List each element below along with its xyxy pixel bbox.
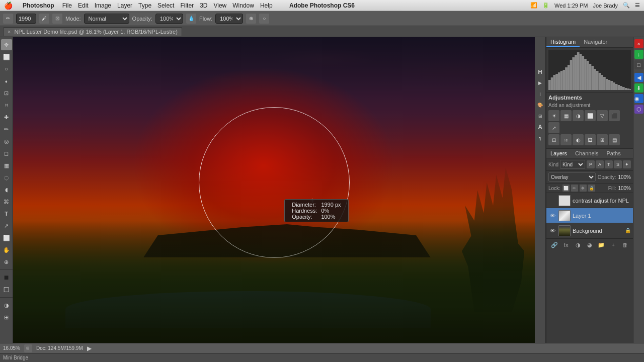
screen-mode[interactable]: ⊞	[1, 312, 12, 323]
brush-tool[interactable]: ✏	[1, 124, 12, 135]
shape-tool[interactable]: ⬜	[1, 232, 12, 243]
tab-paths[interactable]: Paths	[603, 149, 625, 158]
apple-menu[interactable]: 🍎	[4, 2, 13, 10]
hsl-adj[interactable]: ⬛	[609, 110, 620, 121]
adjustment-filter-icon[interactable]: A	[596, 160, 604, 168]
tab-close-icon[interactable]: ×	[8, 29, 11, 35]
text-tool[interactable]: T	[1, 208, 12, 219]
eyedropper-tool[interactable]: ⌗	[1, 100, 12, 111]
purple-icon-btn[interactable]: ⬡	[634, 105, 643, 114]
search-icon[interactable]: 🔍	[623, 2, 630, 9]
filter-type-select[interactable]: Kind	[560, 160, 585, 169]
colorlookup-adj[interactable]: 🖼	[585, 134, 596, 145]
tab-channels[interactable]: Channels	[571, 149, 602, 158]
tab-layers[interactable]: Layers	[546, 149, 571, 158]
smart-filter-icon[interactable]: ✦	[623, 160, 631, 168]
blur-tool[interactable]: ◌	[1, 172, 12, 183]
channelmixer-adj[interactable]: ◐	[573, 134, 584, 145]
video-icon-btn[interactable]: □	[634, 60, 643, 69]
menu-3d[interactable]: 3D	[200, 2, 207, 9]
blue-icon-btn[interactable]: ◀	[634, 73, 643, 82]
foreground-color[interactable]: ■	[1, 272, 12, 283]
layer-visibility-contrast[interactable]: 👁	[548, 197, 556, 205]
paragraph-btn[interactable]: ¶	[536, 134, 545, 143]
mini-bridge-bar[interactable]: Mini Bridge	[0, 353, 644, 362]
brush-size-input[interactable]: 1990	[16, 14, 36, 24]
fit-icon[interactable]: ⊞	[24, 344, 32, 352]
healing-tool[interactable]: ✚	[1, 112, 12, 123]
mode-select[interactable]: Normal	[84, 14, 129, 24]
color-btn[interactable]: 🎨	[536, 101, 545, 110]
toggle-icon[interactable]: ⊡	[52, 14, 62, 24]
grid-btn[interactable]: ⊞	[536, 112, 545, 121]
levels-adj[interactable]: ▦	[560, 110, 572, 121]
layer-item-contrast[interactable]: 👁 contrast adjust for NPL	[546, 193, 633, 208]
gradient-tool[interactable]: ▦	[1, 160, 12, 171]
marquee-tool[interactable]: ⬜	[1, 51, 12, 62]
photofilter-adj[interactable]: ≋	[560, 134, 572, 145]
shape-filter-icon[interactable]: S	[614, 160, 622, 168]
posterize-adj[interactable]: ▤	[609, 134, 620, 145]
menu-select[interactable]: Select	[157, 2, 174, 9]
tab-navigator[interactable]: Navigator	[580, 37, 611, 47]
brush-preset-icon[interactable]: 🖌	[39, 14, 49, 24]
move-tool[interactable]: ✥	[1, 39, 12, 50]
pixel-filter-icon[interactable]: P	[587, 160, 595, 168]
layer-visibility-background[interactable]: 👁	[548, 227, 556, 235]
brightness-adj[interactable]: ☀	[548, 110, 559, 121]
at-btn[interactable]: A	[536, 123, 545, 132]
menu-layer[interactable]: Layer	[117, 2, 132, 9]
colorbalance-adj[interactable]: ↗	[548, 122, 559, 133]
menu-type[interactable]: Type	[138, 2, 151, 9]
layer-item-background[interactable]: 👁 Background 🔒	[546, 223, 633, 238]
layer-style-icon[interactable]: fx	[561, 240, 571, 249]
menu-image[interactable]: Image	[95, 2, 111, 9]
playback-btn[interactable]: ▶	[536, 78, 545, 87]
quick-mask[interactable]: ◑	[1, 300, 12, 311]
magic-wand-tool[interactable]: ⬧	[1, 75, 12, 86]
play-icon[interactable]: ▶	[87, 345, 92, 352]
lasso-tool[interactable]: ○	[1, 63, 12, 74]
lock-move-icon[interactable]: ✥	[580, 185, 587, 192]
lock-all-icon[interactable]: 🔒	[588, 185, 595, 192]
type-filter-icon[interactable]: T	[605, 160, 613, 168]
lock-position-icon[interactable]: ✏	[571, 185, 578, 192]
layer-mask-icon[interactable]: ◑	[574, 240, 583, 249]
green-icon-btn2[interactable]: ⬇	[634, 83, 643, 93]
canvas-area[interactable]: + Diameter: 1990 px Hardness: 0% Opacity…	[13, 37, 535, 343]
red-icon-btn[interactable]: ×	[634, 39, 643, 48]
invert-adj[interactable]: ⊞	[597, 134, 608, 145]
menu-edit[interactable]: Edit	[78, 2, 89, 9]
green-icon-btn[interactable]: ↓	[634, 50, 643, 59]
group-layer-icon[interactable]: 📁	[597, 240, 606, 249]
new-layer-icon[interactable]: +	[609, 240, 618, 249]
file-tab[interactable]: × NPL Luster Demo file.psd @ 16.1% (Laye…	[3, 27, 182, 36]
flow-select[interactable]: 100%	[215, 14, 243, 24]
zoom-tool[interactable]: ⊕	[1, 256, 12, 267]
bw-adj[interactable]: ⊡	[548, 134, 559, 145]
menu-icon[interactable]: ☰	[635, 2, 640, 9]
stylus-icon[interactable]: ⊕	[246, 14, 256, 24]
dodge-tool[interactable]: ◖	[1, 184, 12, 195]
menu-view[interactable]: View	[213, 2, 226, 9]
background-color[interactable]: □	[1, 284, 12, 295]
opacity-select[interactable]: 100%	[155, 14, 183, 24]
info-btn[interactable]: i	[536, 89, 545, 99]
crop-tool[interactable]: ⊡	[1, 87, 12, 99]
menu-window[interactable]: Window	[232, 2, 254, 9]
clone-tool[interactable]: ◎	[1, 136, 12, 147]
clone-source-icon[interactable]: ○	[259, 14, 269, 24]
tab-histogram[interactable]: Histogram	[546, 37, 580, 47]
blue-circle-btn[interactable]: ◉	[634, 94, 643, 103]
menu-help[interactable]: Help	[260, 2, 273, 9]
path-tool[interactable]: ↗	[1, 220, 12, 231]
histogram-strip-btn[interactable]: H	[536, 67, 545, 76]
lock-pixels-icon[interactable]: ⬜	[562, 185, 570, 192]
exposure-adj[interactable]: ⬜	[585, 110, 596, 121]
eraser-tool[interactable]: ◻	[1, 148, 12, 159]
hand-tool[interactable]: ✋	[1, 244, 12, 255]
layer-visibility-layer1[interactable]: 👁	[548, 212, 556, 220]
airbrush-icon[interactable]: 💧	[186, 14, 196, 24]
blend-mode-select[interactable]: Overlay	[548, 172, 596, 182]
menu-filter[interactable]: Filter	[180, 2, 194, 9]
